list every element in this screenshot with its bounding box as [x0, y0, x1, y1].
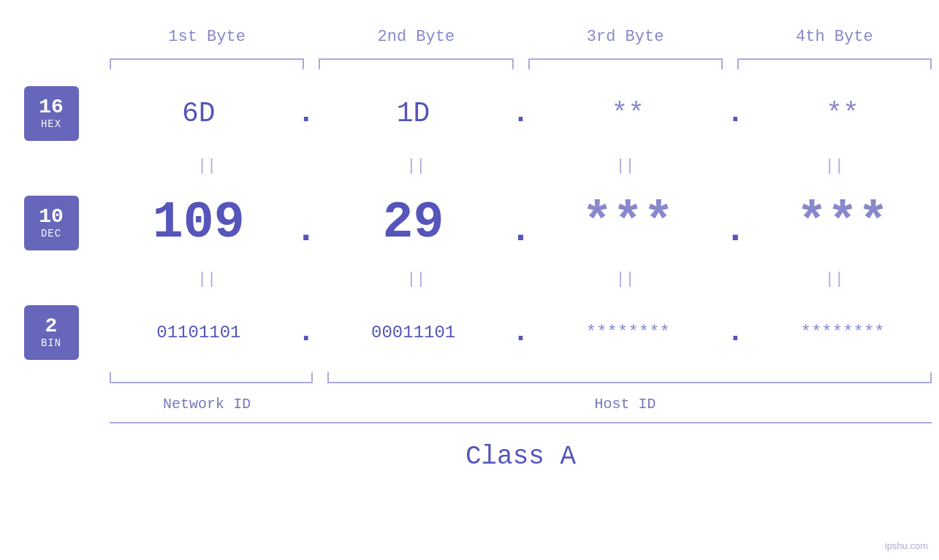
hex-label-box: 16 HEX	[24, 86, 79, 141]
hex-dot3: .	[724, 97, 746, 130]
dec-label-container: 10 DEC	[0, 196, 102, 250]
pipe-2-1: ||	[102, 270, 311, 288]
dec-byte1-value: 109	[153, 194, 245, 252]
bracket-bottom-network	[110, 372, 313, 383]
dec-dot2: .	[510, 210, 532, 251]
byte4-header: 4th Byte	[730, 28, 939, 46]
pipe-2-2: ||	[311, 270, 520, 288]
class-bracket-line	[110, 422, 932, 423]
byte1-header: 1st Byte	[102, 28, 311, 46]
dec-base-num: 10	[39, 206, 64, 229]
dec-label-box: 10 DEC	[24, 196, 79, 250]
bin-byte1-value: 01101101	[156, 323, 240, 342]
dec-byte3-cell: ***	[532, 194, 725, 252]
bracket-bottom-host	[327, 372, 932, 383]
dec-byte2-cell: 29	[317, 194, 510, 252]
bin-base-name: BIN	[41, 337, 61, 349]
class-label: Class A	[465, 442, 576, 472]
dec-dot1: .	[295, 210, 317, 251]
bottom-brackets	[102, 372, 939, 386]
pipe-1-1: ||	[102, 157, 311, 175]
hex-byte2-value: 1D	[397, 98, 430, 129]
network-id-label: Network ID	[102, 396, 311, 413]
bracket-top-3	[528, 58, 723, 69]
host-id-label: Host ID	[311, 396, 939, 413]
bin-label-box: 2 BIN	[24, 305, 79, 360]
bin-values: 01101101 . 00011101 . ******** . *******…	[102, 316, 939, 349]
pipe-2-3: ||	[521, 270, 730, 288]
top-brackets	[102, 58, 939, 73]
hex-dot1: .	[295, 97, 317, 130]
byte2-header: 2nd Byte	[311, 28, 520, 46]
bin-dot1: .	[295, 316, 317, 349]
bin-base-num: 2	[45, 315, 58, 338]
bin-label-container: 2 BIN	[0, 305, 102, 360]
dec-row: 10 DEC 109 . 29 . *** . ***	[0, 179, 939, 266]
dec-byte4-cell: ***	[746, 194, 939, 252]
byte3-header: 3rd Byte	[521, 28, 730, 46]
dec-values: 109 . 29 . *** . ***	[102, 194, 939, 252]
hex-base-name: HEX	[41, 118, 61, 130]
hex-row: 16 HEX 6D . 1D . ** . **	[0, 73, 939, 153]
bin-byte3-value: ********	[586, 323, 670, 342]
bracket-top-2	[319, 58, 513, 69]
hex-byte4-cell: **	[746, 98, 939, 129]
bin-row: 2 BIN 01101101 . 00011101 . ******** . *…	[0, 292, 939, 372]
bin-dot2: .	[510, 316, 532, 349]
pipe-row-1: || || || ||	[102, 153, 939, 179]
hex-base-num: 16	[39, 96, 64, 119]
bracket-top-1	[110, 58, 304, 69]
dec-byte2-value: 29	[383, 194, 444, 252]
bracket-top-4	[737, 58, 932, 69]
id-labels: Network ID Host ID	[102, 386, 939, 422]
bin-dot3: .	[724, 316, 746, 349]
bin-byte3-cell: ********	[532, 323, 725, 342]
watermark: ipshu.com	[885, 540, 928, 551]
pipe-row-2: || || || ||	[102, 266, 939, 292]
dec-byte4-value: ***	[797, 194, 889, 252]
pipe-1-4: ||	[730, 157, 939, 175]
hex-byte1-cell: 6D	[102, 98, 295, 129]
hex-byte4-value: **	[826, 98, 859, 129]
pipe-1-2: ||	[311, 157, 520, 175]
hex-label-container: 16 HEX	[0, 86, 102, 141]
hex-values: 6D . 1D . ** . **	[102, 97, 939, 130]
pipe-2-4: ||	[730, 270, 939, 288]
bin-byte2-value: 00011101	[371, 323, 455, 342]
class-section: Class A	[102, 422, 939, 480]
hex-dot2: .	[510, 97, 532, 130]
bin-byte4-value: ********	[801, 323, 885, 342]
hex-byte2-cell: 1D	[317, 98, 510, 129]
dec-dot3: .	[724, 210, 746, 251]
bin-byte1-cell: 01101101	[102, 323, 295, 342]
hex-byte3-cell: **	[532, 98, 725, 129]
dec-base-name: DEC	[41, 228, 61, 239]
bin-byte4-cell: ********	[746, 323, 939, 342]
dec-byte3-value: ***	[582, 194, 674, 252]
bin-byte2-cell: 00011101	[317, 323, 510, 342]
hex-byte3-value: **	[612, 98, 645, 129]
main-container: 1st Byte 2nd Byte 3rd Byte 4th Byte 16 H…	[0, 0, 939, 560]
byte-headers: 1st Byte 2nd Byte 3rd Byte 4th Byte	[102, 15, 939, 58]
dec-byte1-cell: 109	[102, 194, 295, 252]
pipe-1-3: ||	[521, 157, 730, 175]
hex-byte1-value: 6D	[182, 98, 216, 129]
